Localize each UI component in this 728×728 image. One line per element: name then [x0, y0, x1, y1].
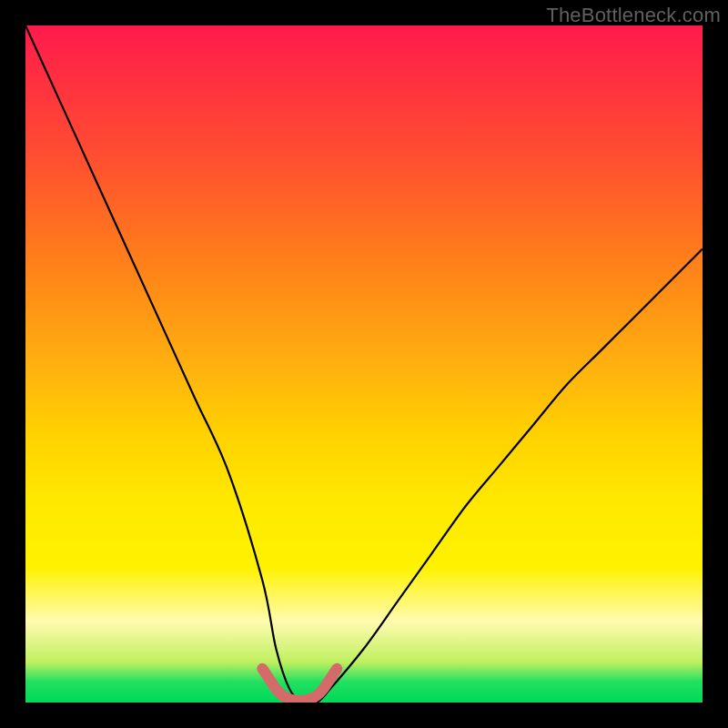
highlight-segment: [262, 669, 337, 701]
chart-frame: TheBottleneck.com: [0, 0, 728, 728]
curve-svg: [25, 25, 703, 703]
plot-area: [25, 25, 703, 703]
watermark-text: TheBottleneck.com: [546, 4, 721, 27]
bottleneck-curve: [25, 25, 703, 703]
